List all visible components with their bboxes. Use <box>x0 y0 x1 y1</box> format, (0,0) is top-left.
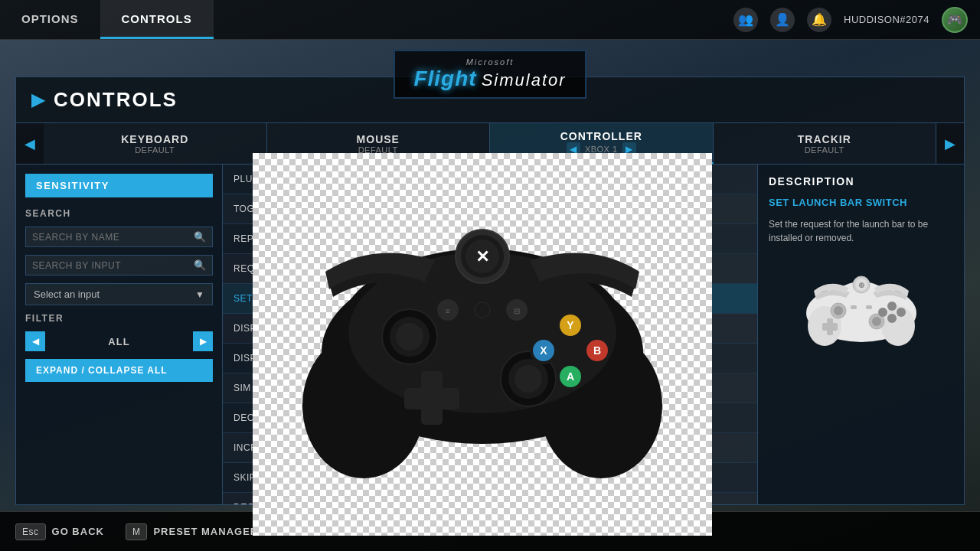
select-input-label: Select an input <box>34 289 191 300</box>
filter-prev-arrow[interactable]: ◀ <box>25 331 45 351</box>
chevron-down-icon: ▼ <box>195 289 204 300</box>
svg-text:A: A <box>567 370 574 383</box>
device-tabs-left-arrow[interactable]: ◀ <box>16 123 44 164</box>
tab-options[interactable]: OPTIONS <box>0 0 100 39</box>
description-heading: SET LAUNCH BAR SWITCH <box>769 197 953 208</box>
sidebar: SENSITIVITY SEARCH 🔍 🔍 Select an input ▼… <box>16 165 223 504</box>
search-label: SEARCH <box>25 208 213 219</box>
filter-next-arrow[interactable]: ▶ <box>193 331 213 351</box>
description-title: DESCRIPTION <box>769 175 953 187</box>
go-back-label: GO BACK <box>52 526 104 537</box>
search-input-icon[interactable]: 🔍 <box>194 259 206 271</box>
sensitivity-button[interactable]: SENSITIVITY <box>25 174 213 197</box>
svg-rect-18 <box>866 305 872 309</box>
svg-point-38 <box>514 365 542 393</box>
avatar: 🎮 <box>942 7 968 33</box>
expand-collapse-button[interactable]: EXPAND / COLLAPSE ALL <box>25 359 213 382</box>
preset-manager-label: PRESET MANAGER <box>153 526 258 537</box>
search-name-icon[interactable]: 🔍 <box>194 231 206 243</box>
tab-keyboard[interactable]: KEYBOARD DEFAULT <box>44 123 267 164</box>
svg-point-10 <box>872 317 881 326</box>
white-controller-icon: ⊕ <box>800 263 923 347</box>
controller-overlay[interactable]: ✕ ≡ ⊟ Y <box>253 153 712 536</box>
m-key: M <box>126 523 148 540</box>
svg-rect-12 <box>822 323 838 331</box>
search-by-input-input[interactable] <box>32 260 189 271</box>
select-input-dropdown[interactable]: Select an input ▼ <box>25 283 213 305</box>
device-tabs-right-arrow[interactable]: ▶ <box>936 123 964 164</box>
tab-controls[interactable]: CONTROLS <box>100 0 214 39</box>
search-by-name-input[interactable] <box>32 232 189 243</box>
go-back-button[interactable]: Esc GO BACK <box>15 523 104 540</box>
svg-point-35 <box>396 323 423 350</box>
svg-rect-40 <box>404 388 459 409</box>
svg-text:✕: ✕ <box>475 247 489 266</box>
filter-label: FILTER <box>25 313 213 324</box>
svg-point-53 <box>475 302 490 318</box>
logo-box: Microsoft Flight Simulator <box>394 50 586 99</box>
topbar-right: 👥 👤 🔔 HUDDISON#2074 🎮 <box>733 7 980 33</box>
xbox-controller-icon: ✕ ≡ ⊟ Y <box>283 184 681 505</box>
logo-area: Microsoft Flight Simulator <box>348 40 632 109</box>
logo-microsoft: Microsoft <box>413 57 566 67</box>
topbar: OPTIONS CONTROLS 👥 👤 🔔 HUDDISON#2074 🎮 <box>0 0 980 40</box>
people-icon[interactable]: 👥 <box>733 8 758 32</box>
checkerboard-background: ✕ ≡ ⊟ Y <box>253 153 712 536</box>
svg-point-8 <box>834 306 843 315</box>
svg-text:X: X <box>540 344 547 357</box>
person-icon[interactable]: 👤 <box>770 8 795 32</box>
svg-point-16 <box>887 314 897 323</box>
description-panel: DESCRIPTION SET LAUNCH BAR SWITCH Set th… <box>757 165 964 504</box>
search-by-input-row: 🔍 <box>25 255 213 276</box>
bell-icon[interactable]: 🔔 <box>807 8 831 32</box>
logo-flight: Flight <box>413 67 476 91</box>
username-label: HUDDISON#2074 <box>844 14 929 25</box>
description-body: Set the request for the launch bar to be… <box>769 217 953 245</box>
escape-key: Esc <box>15 523 46 540</box>
svg-rect-17 <box>851 305 857 309</box>
svg-point-14 <box>897 308 906 317</box>
svg-text:≡: ≡ <box>446 307 450 315</box>
filter-value: ALL <box>51 336 187 347</box>
svg-point-15 <box>878 308 887 317</box>
page-title-icon: ▶ <box>31 90 44 110</box>
logo-simulator: Simulator <box>482 70 567 90</box>
search-by-name-row: 🔍 <box>25 227 213 247</box>
filter-row: ◀ ALL ▶ <box>25 331 213 351</box>
page-title: CONTROLS <box>54 88 178 112</box>
svg-text:⊕: ⊕ <box>858 281 864 289</box>
controller-image-area: ⊕ <box>769 263 953 347</box>
preset-manager-button[interactable]: M PRESET MANAGER <box>126 523 258 540</box>
svg-text:⊟: ⊟ <box>514 307 520 315</box>
svg-text:Y: Y <box>567 319 574 331</box>
svg-text:B: B <box>593 344 601 357</box>
svg-point-13 <box>887 302 897 311</box>
topbar-tabs: OPTIONS CONTROLS <box>0 0 214 39</box>
tab-trackir[interactable]: TRACKIR DEFAULT <box>714 123 937 164</box>
controller-svg-container: ✕ ≡ ⊟ Y <box>253 153 712 536</box>
